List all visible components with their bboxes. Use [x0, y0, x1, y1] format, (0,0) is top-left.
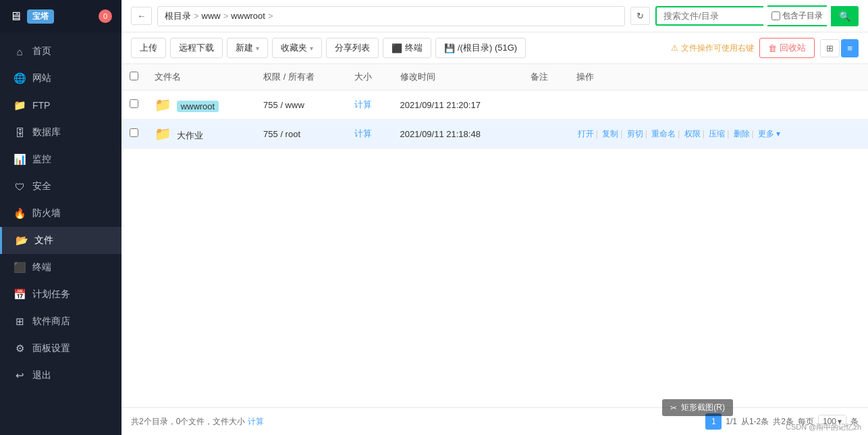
share-button[interactable]: 分享列表: [326, 38, 379, 58]
sidebar-item-label: 防火墙: [32, 207, 61, 220]
sidebar-item-terminal[interactable]: ⬛终端: [0, 254, 121, 281]
warning-icon: ⚠: [671, 43, 678, 53]
row2-name[interactable]: 大作业: [177, 130, 203, 140]
op-permissions[interactable]: 权限: [684, 129, 701, 138]
row2-size: 计算: [346, 120, 392, 149]
grid-view-button[interactable]: ⊞: [820, 39, 840, 57]
view-toggle: ⊞ ≡: [820, 39, 859, 57]
select-all-checkbox[interactable]: [130, 72, 138, 80]
notification-badge[interactable]: 0: [99, 9, 112, 23]
search-input[interactable]: [655, 6, 763, 26]
monitor-icon: 📊: [13, 153, 26, 165]
search-checkbox-label[interactable]: 包含子目录: [767, 5, 827, 26]
warning-label: 文件操作可使用右键: [681, 43, 754, 54]
new-label: 新建: [236, 42, 253, 54]
warning-text: ⚠ 文件操作可使用右键: [671, 43, 754, 54]
header-filename: 文件名: [146, 64, 255, 91]
row1-size: 计算: [346, 91, 392, 120]
search-button[interactable]: 🔍: [831, 6, 859, 26]
row2-permissions: 755 / root: [255, 120, 346, 149]
row1-ops: [568, 91, 868, 120]
recycle-button[interactable]: 🗑 回收站: [759, 38, 815, 58]
sidebar-nav: ⌂首页🌐网站📁FTP🗄数据库📊监控🛡安全🔥防火墙📂文件⬛终端📅计划任务⊞软件商店…: [0, 32, 121, 435]
sidebar: 🖥 宝塔 0 ⌂首页🌐网站📁FTP🗄数据库📊监控🛡安全🔥防火墙📂文件⬛终端📅计划…: [0, 0, 121, 435]
screenshot-icon: ✂: [670, 403, 677, 413]
sidebar-item-security[interactable]: 🛡安全: [0, 173, 121, 200]
path-root[interactable]: 根目录: [165, 10, 191, 22]
terminal-icon: ⬛: [13, 261, 26, 274]
action-bar: 上传 远程下载 新建 ▾ 收藏夹 ▾ 分享列表 ⬛ 终端 💾 /(根目录) (5…: [121, 32, 868, 64]
sidebar-item-appstore[interactable]: ⊞软件商店: [0, 308, 121, 335]
sidebar-item-crontab[interactable]: 📅计划任务: [0, 281, 121, 308]
appstore-icon: ⊞: [13, 315, 26, 328]
panel-icon: ⚙: [13, 342, 26, 355]
recycle-label: 回收站: [780, 42, 806, 54]
sidebar-item-label: 退出: [32, 369, 51, 382]
sidebar-logo: 🖥 宝塔: [9, 9, 54, 24]
security-icon: 🛡: [13, 181, 26, 193]
page-total: 1/1: [726, 417, 737, 426]
row1-note: [522, 91, 568, 120]
terminal-button[interactable]: ⬛ 终端: [383, 38, 431, 58]
screenshot-label: 矩形截图(R): [681, 402, 725, 413]
monitor-icon: 🖥: [9, 9, 22, 24]
row2-modified: 2021/09/11 21:18:48: [392, 120, 523, 149]
sidebar-item-panel[interactable]: ⚙面板设置: [0, 335, 121, 362]
row1-name[interactable]: wwwroot: [177, 101, 219, 112]
disk-label: /(根目录) (51G): [458, 42, 517, 54]
sidebar-item-home[interactable]: ⌂首页: [0, 38, 121, 65]
footer-compute-link[interactable]: 计算: [248, 416, 264, 428]
list-view-button[interactable]: ≡: [841, 39, 859, 57]
remote-download-button[interactable]: 远程下载: [170, 38, 223, 58]
op-open[interactable]: 打开: [578, 129, 594, 138]
sidebar-item-database[interactable]: 🗄数据库: [0, 119, 121, 146]
path-sep-3: >: [268, 11, 273, 21]
sidebar-logo-text: 宝塔: [27, 9, 54, 24]
sidebar-item-label: 软件商店: [32, 315, 70, 328]
op-cut[interactable]: 剪切: [627, 129, 643, 138]
favorites-label: 收藏夹: [281, 42, 307, 54]
top-bar: ← 根目录 > www > wwwroot > ↻ 包含子目录 🔍: [121, 0, 868, 32]
op-rename[interactable]: 重命名: [651, 129, 676, 138]
op-delete[interactable]: 删除: [734, 129, 750, 138]
op-copy[interactable]: 复制: [602, 129, 618, 138]
path-wwwroot[interactable]: wwwroot: [231, 11, 265, 21]
new-button[interactable]: 新建 ▾: [227, 38, 268, 58]
sidebar-item-files[interactable]: 📂文件: [0, 227, 121, 254]
sidebar-item-label: 监控: [32, 153, 51, 165]
row2-compute-link[interactable]: 计算: [354, 128, 372, 138]
op-more[interactable]: 更多 ▾: [758, 129, 780, 138]
favorites-dropdown-arrow: ▾: [310, 45, 313, 52]
firewall-icon: 🔥: [13, 207, 26, 220]
row1-checkbox-cell: [121, 91, 146, 120]
path-www[interactable]: www: [202, 11, 221, 21]
header-permissions: 权限 / 所有者: [255, 64, 346, 91]
row2-name-cell: 📁 大作业: [146, 120, 255, 149]
header-size: 大小: [346, 64, 392, 91]
file-table: 文件名 权限 / 所有者 大小 修改时间 备注 操作 📁 wwwroot: [121, 64, 868, 149]
search-subdirs-label: 包含子目录: [782, 10, 823, 22]
row2-ops: 打开| 复制| 剪切| 重命名| 权限| 压缩| 删除| 更多 ▾: [576, 129, 782, 138]
sidebar-item-website[interactable]: 🌐网站: [0, 65, 121, 92]
new-dropdown-arrow: ▾: [256, 45, 259, 52]
terminal-icon: ⬛: [391, 43, 402, 53]
path-bar: 根目录 > www > wwwroot >: [157, 6, 625, 26]
refresh-button[interactable]: ↻: [630, 7, 650, 25]
footer-summary: 共2个目录，0个文件，文件大小 计算: [131, 416, 264, 428]
search-subdirs-checkbox[interactable]: [771, 11, 780, 20]
favorites-button[interactable]: 收藏夹 ▾: [272, 38, 322, 58]
back-button[interactable]: ←: [131, 7, 152, 25]
sidebar-item-logout[interactable]: ↩退出: [0, 362, 121, 389]
folder-icon: 📁: [155, 97, 171, 112]
sidebar-item-firewall[interactable]: 🔥防火墙: [0, 200, 121, 227]
sidebar-item-ftp[interactable]: 📁FTP: [0, 92, 121, 119]
sidebar-item-monitor[interactable]: 📊监控: [0, 146, 121, 173]
row1-compute-link[interactable]: 计算: [354, 99, 372, 109]
sidebar-item-label: 网站: [32, 72, 51, 84]
sidebar-item-label: 首页: [32, 45, 51, 57]
screenshot-bar: ✂ 矩形截图(R): [662, 399, 733, 416]
op-compress[interactable]: 压缩: [709, 129, 725, 138]
row2-checkbox[interactable]: [130, 128, 138, 137]
row1-checkbox[interactable]: [130, 99, 138, 108]
upload-button[interactable]: 上传: [131, 38, 166, 58]
